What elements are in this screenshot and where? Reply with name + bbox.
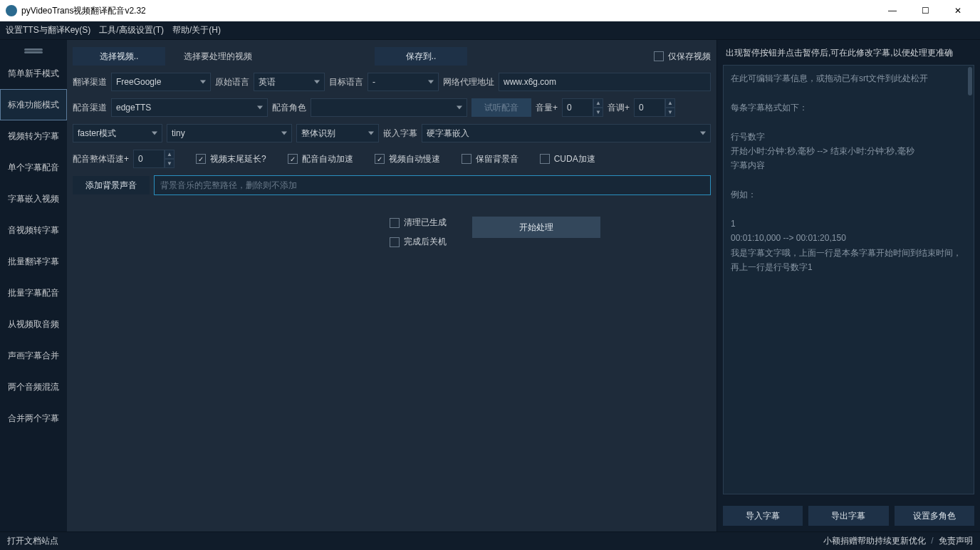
row-dub: 配音渠道 edgeTTS 配音角色 试听配音 音量+ 0 ▲▼ 音调+ 0 ▲▼: [73, 98, 711, 117]
checkbox-icon: [462, 154, 471, 164]
sidebar: 简单新手模式 标准功能模式 视频转为字幕 单个字幕配音 字幕嵌入视频 音视频转字…: [0, 40, 67, 531]
orig-lang-label: 原始语言: [215, 76, 249, 88]
sidebar-item-batchdub[interactable]: 批量字幕配音: [0, 277, 67, 308]
model-select[interactable]: tiny: [167, 124, 292, 142]
speed-spin[interactable]: 0 ▲▼: [133, 150, 174, 168]
start-process-button[interactable]: 开始处理: [472, 217, 600, 238]
row-bgm: 添加背景声音: [73, 175, 711, 195]
video-auto-slow-checkbox[interactable]: 视频自动慢速: [375, 153, 440, 165]
open-docs-link[interactable]: 打开文档站点: [7, 535, 58, 547]
select-video-button[interactable]: 选择视频..: [73, 47, 165, 66]
app-logo-icon: [6, 5, 17, 16]
sidebar-item-subembed[interactable]: 字幕嵌入视频: [0, 183, 67, 214]
sidebar-item-simple[interactable]: 简单新手模式: [0, 58, 67, 89]
add-bg-button[interactable]: 添加背景声音: [73, 176, 150, 194]
checkbox-icon: [390, 218, 400, 228]
menu-help[interactable]: 帮助/关于(H): [172, 24, 221, 36]
volume-label: 音量+: [536, 102, 558, 114]
spin-down-icon: ▼: [165, 159, 174, 168]
speed-label: 配音整体语速+: [73, 153, 129, 165]
only-save-video-checkbox[interactable]: 仅保存视频: [654, 51, 711, 63]
right-buttons: 导入字幕 导出字幕 设置多角色: [717, 500, 980, 531]
sidebar-item-avsubmerge[interactable]: 声画字幕合并: [0, 340, 67, 371]
checkbox-icon: [654, 51, 664, 61]
minimize-button[interactable]: —: [876, 0, 909, 21]
orig-lang-select[interactable]: 英语: [254, 73, 325, 91]
pitch-spin[interactable]: 0 ▲▼: [634, 98, 675, 117]
row-options: 配音整体语速+ 0 ▲▼ 视频末尾延长? 配音自动加速 视频自动慢速 保留背景音…: [73, 150, 711, 168]
recognize-select[interactable]: 整体识别: [296, 124, 379, 142]
volume-spin[interactable]: 0 ▲▼: [562, 98, 603, 117]
target-lang-select[interactable]: -: [368, 73, 439, 91]
export-sub-button[interactable]: 导出字幕: [808, 506, 888, 526]
sidebar-item-mixaudio[interactable]: 两个音频混流: [0, 371, 67, 403]
proxy-input[interactable]: [499, 73, 711, 91]
checkbox-icon: [288, 154, 298, 164]
right-hint: 出现暂停按钮并点击暂停后,可在此修改字幕,以便处理更准确: [717, 40, 980, 65]
row-model: faster模式 tiny 整体识别 嵌入字幕 硬字幕嵌入: [73, 124, 711, 142]
bg-path-input[interactable]: [154, 175, 711, 195]
window-controls: — ☐ ✕: [876, 0, 974, 21]
spin-up-icon: ▲: [165, 150, 174, 159]
dub-role-label: 配音角色: [272, 102, 306, 114]
row-translate: 翻译渠道 FreeGoogle 原始语言 英语 目标语言 - 网络代理地址: [73, 73, 711, 91]
subtitle-editor[interactable]: 在此可编辑字幕信息，或拖动已有srt文件到此处松开 每条字幕格式如下： 行号数字…: [723, 65, 974, 494]
statusbar-right: 小额捐赠帮助持续更新优化 / 免责声明: [823, 535, 973, 547]
titlebar: pyVideoTrans视频翻译配音v2.32 — ☐ ✕: [0, 0, 980, 21]
embed-label: 嵌入字幕: [383, 128, 417, 140]
pitch-label: 音调+: [608, 102, 630, 114]
video-end-extend-checkbox[interactable]: 视频末尾延长?: [196, 153, 266, 165]
spin-down-icon: ▼: [665, 108, 675, 117]
import-sub-button[interactable]: 导入字幕: [723, 506, 803, 526]
checkbox-icon: [196, 154, 206, 164]
preview-dub-button[interactable]: 试听配音: [471, 98, 531, 117]
right-panel: 出现暂停按钮并点击暂停后,可在此修改字幕,以便处理更准确 在此可编辑字幕信息，或…: [716, 40, 980, 531]
sidebar-item-standard[interactable]: 标准功能模式: [0, 89, 67, 120]
menu-settings[interactable]: 设置TTS与翻译Key(S): [6, 24, 90, 36]
checkbox-icon: [390, 237, 400, 247]
dub-channel-label: 配音渠道: [73, 102, 107, 114]
sidebar-item-singledub[interactable]: 单个字幕配音: [0, 152, 67, 183]
sidebar-item-av2sub[interactable]: 音视频转字幕: [0, 214, 67, 246]
close-button[interactable]: ✕: [942, 0, 974, 21]
content-area: 简单新手模式 标准功能模式 视频转为字幕 单个字幕配音 字幕嵌入视频 音视频转字…: [0, 40, 980, 531]
sidebar-item-batchtrans[interactable]: 批量翻译字幕: [0, 246, 67, 277]
target-lang-label: 目标语言: [329, 76, 363, 88]
spin-up-icon: ▲: [665, 98, 675, 108]
proxy-label: 网络代理地址: [443, 76, 494, 88]
spin-up-icon: ▲: [593, 98, 603, 108]
set-roles-button[interactable]: 设置多角色: [895, 506, 974, 526]
clean-checkbox[interactable]: 清理已生成: [390, 217, 447, 229]
checkbox-icon: [375, 154, 385, 164]
translate-channel-label: 翻译渠道: [73, 76, 107, 88]
checkbox-label: 仅保存视频: [668, 51, 711, 63]
dub-channel-select[interactable]: edgeTTS: [111, 98, 268, 117]
sidebar-item-mergesub[interactable]: 合并两个字幕: [0, 403, 67, 434]
menu-tools[interactable]: 工具/高级设置(T): [99, 24, 164, 36]
dub-role-select[interactable]: [311, 98, 467, 117]
maximize-button[interactable]: ☐: [909, 0, 942, 21]
drag-handle-icon[interactable]: [24, 48, 43, 51]
shutdown-checkbox[interactable]: 完成后关机: [390, 236, 447, 248]
select-video-hint: 选择要处理的视频: [184, 51, 252, 63]
row-start: 清理已生成 完成后关机 开始处理: [73, 217, 711, 248]
toprow: 选择视频.. 选择要处理的视频 保存到.. 仅保存视频: [73, 47, 711, 66]
mode-select[interactable]: faster模式: [73, 124, 162, 142]
donate-link[interactable]: 小额捐赠帮助持续更新优化: [823, 536, 926, 546]
dub-auto-speed-checkbox[interactable]: 配音自动加速: [288, 153, 353, 165]
sidebar-item-extractaudio[interactable]: 从视频取音频: [0, 308, 67, 340]
keep-bg-checkbox[interactable]: 保留背景音: [462, 153, 518, 165]
checkbox-icon: [540, 154, 550, 164]
sidebar-item-video2sub[interactable]: 视频转为字幕: [0, 120, 67, 152]
translate-channel-select[interactable]: FreeGoogle: [111, 73, 211, 91]
save-to-button[interactable]: 保存到..: [375, 47, 467, 66]
spin-down-icon: ▼: [593, 108, 603, 117]
window-title: pyVideoTrans视频翻译配音v2.32: [21, 5, 876, 17]
statusbar: 打开文档站点 小额捐赠帮助持续更新优化 / 免责声明: [0, 531, 980, 550]
disclaimer-link[interactable]: 免责声明: [939, 536, 973, 546]
cuda-checkbox[interactable]: CUDA加速: [540, 153, 595, 165]
embed-select[interactable]: 硬字幕嵌入: [422, 124, 711, 142]
main-panel: 选择视频.. 选择要处理的视频 保存到.. 仅保存视频 翻译渠道 FreeGoo…: [67, 40, 716, 531]
menubar: 设置TTS与翻译Key(S) 工具/高级设置(T) 帮助/关于(H): [0, 21, 980, 40]
